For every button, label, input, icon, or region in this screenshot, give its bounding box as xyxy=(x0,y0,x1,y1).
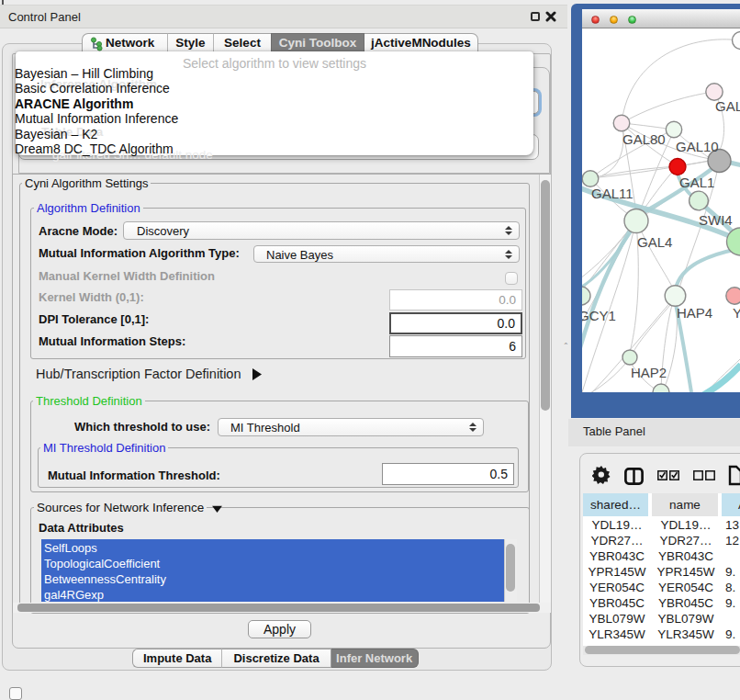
svg-text:HAP4: HAP4 xyxy=(677,305,712,321)
svg-text:GAL: GAL xyxy=(715,98,740,114)
svg-text:HAP2: HAP2 xyxy=(631,365,667,380)
svg-text:GAL11: GAL11 xyxy=(591,186,633,201)
svg-text:GAL4: GAL4 xyxy=(637,234,672,250)
svg-text:GCY1: GCY1 xyxy=(582,308,616,323)
svg-text:GAL1: GAL1 xyxy=(679,175,714,190)
svg-text:GAL80: GAL80 xyxy=(622,131,666,147)
svg-text:GAL10: GAL10 xyxy=(676,139,719,154)
svg-text:Y: Y xyxy=(733,305,740,321)
svg-text:SWI4: SWI4 xyxy=(699,212,733,228)
